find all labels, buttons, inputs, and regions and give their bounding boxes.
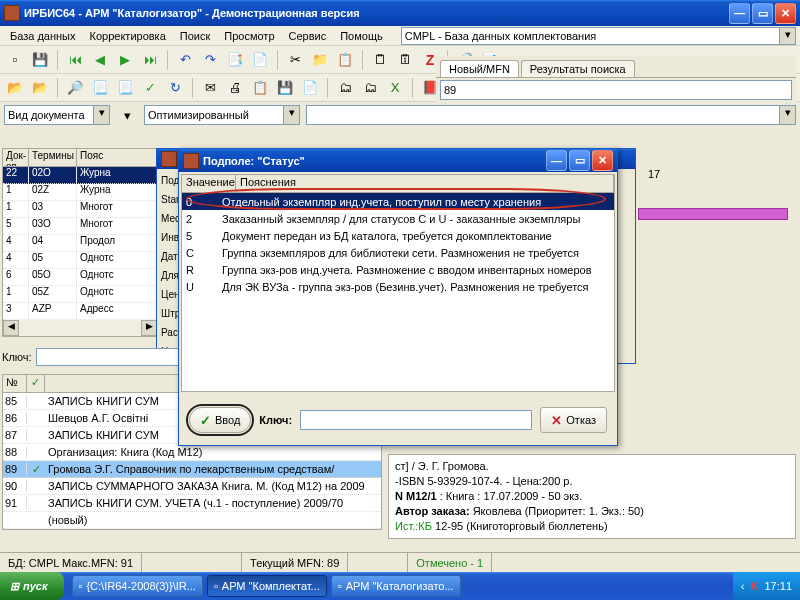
- redo-icon[interactable]: ↷: [199, 49, 221, 71]
- t2-13-icon[interactable]: 🗂: [334, 77, 356, 99]
- menu-service[interactable]: Сервис: [283, 28, 333, 44]
- cancel-button[interactable]: ✕Отказ: [540, 407, 607, 433]
- taskbar-item[interactable]: ▫{C:\IR64-2008(3)}\IR...: [72, 575, 203, 597]
- start-button[interactable]: ⊞ пуск: [0, 572, 64, 600]
- maximize-button[interactable]: ▭: [752, 3, 773, 24]
- doc-type-combo[interactable]: [4, 105, 94, 125]
- popup-maximize[interactable]: ▭: [569, 150, 590, 171]
- scroll-track[interactable]: [19, 320, 141, 336]
- t2-11-icon[interactable]: 💾: [274, 77, 296, 99]
- terms-row[interactable]: 103Многот: [3, 201, 157, 218]
- col-explain[interactable]: Пояснения: [236, 175, 614, 192]
- t2-8-icon[interactable]: ✉: [199, 77, 221, 99]
- t2-10-icon[interactable]: 📋: [249, 77, 271, 99]
- print-icon[interactable]: 🖨: [224, 77, 246, 99]
- tool2-icon[interactable]: 📄: [249, 49, 271, 71]
- misc2-icon[interactable]: 🗓: [394, 49, 416, 71]
- col-value[interactable]: Значение: [182, 175, 236, 192]
- value-17: 17: [648, 168, 660, 180]
- mode-combo[interactable]: [144, 105, 284, 125]
- record-row[interactable]: 88 Организация: Книга (Код М12): [3, 444, 381, 461]
- record-row[interactable]: 90ЗАПИСЬ СУММАРНОГО ЗАКАЗА Книга. М. (Ко…: [3, 478, 381, 495]
- system-tray[interactable]: ‹ K 17:11: [733, 572, 800, 600]
- t2-14-icon[interactable]: 🗂: [359, 77, 381, 99]
- detail-isbn: -ISBN 5-93929-107-4. - Цена:200 р.: [395, 474, 789, 489]
- popup-titlebar[interactable]: Подполе: "Статус" — ▭ ✕: [179, 149, 617, 172]
- popup-close[interactable]: ✕: [592, 150, 613, 171]
- database-combo[interactable]: [401, 27, 780, 45]
- tool-icon[interactable]: 📑: [224, 49, 246, 71]
- third-dd[interactable]: ▾: [780, 105, 796, 125]
- menu-help[interactable]: Помощь: [334, 28, 389, 44]
- terms-row[interactable]: 405Однотс: [3, 252, 157, 269]
- doc-type-dd[interactable]: ▾: [94, 105, 110, 125]
- popup-key-input[interactable]: [300, 410, 532, 430]
- enter-button[interactable]: ✓Ввод: [189, 407, 251, 433]
- undo-icon[interactable]: ↶: [174, 49, 196, 71]
- prev-icon[interactable]: ◀: [89, 49, 111, 71]
- t2-2-icon[interactable]: 📂: [29, 77, 51, 99]
- terms-row[interactable]: 503OМногот: [3, 218, 157, 235]
- status-popup: Подполе: "Статус" — ▭ ✕ Значение Пояснен…: [178, 148, 618, 446]
- tab-new-mfn[interactable]: Новый/MFN: [440, 60, 519, 77]
- terms-row[interactable]: 2202OЖурна: [3, 167, 157, 184]
- popup-table: Значение Пояснения 0Отдельный экземпляр …: [181, 174, 615, 392]
- col-terms[interactable]: Термины: [29, 149, 77, 166]
- cut-icon[interactable]: ✂: [284, 49, 306, 71]
- status-option[interactable]: UДля ЭК ВУЗа - группа экз-ров (Безинв.уч…: [182, 278, 614, 295]
- col-check[interactable]: ✓: [27, 375, 45, 392]
- folder-icon[interactable]: 📁: [309, 49, 331, 71]
- t2-3-icon[interactable]: 🔎: [64, 77, 86, 99]
- new-icon[interactable]: ▫: [4, 49, 26, 71]
- doc-icon[interactable]: 📋: [334, 49, 356, 71]
- t2-12-icon[interactable]: 📄: [299, 77, 321, 99]
- t2-7-icon[interactable]: ↻: [164, 77, 186, 99]
- col-number[interactable]: №: [3, 375, 27, 392]
- menu-database[interactable]: База данных: [4, 28, 82, 44]
- mfn-input[interactable]: 89: [440, 80, 792, 100]
- col-count[interactable]: Док-ов: [3, 149, 29, 166]
- first-icon[interactable]: ⏮: [64, 49, 86, 71]
- taskbar-item[interactable]: ▫АРМ "Каталогизато...: [331, 575, 461, 597]
- status-option[interactable]: 0Отдельный экземпляр инд.учета, поступил…: [182, 193, 614, 210]
- mode-dd[interactable]: ▾: [284, 105, 300, 125]
- close-button[interactable]: ✕: [775, 3, 796, 24]
- terms-row[interactable]: 105ZОднотс: [3, 286, 157, 303]
- scroll-left[interactable]: ◀: [3, 320, 19, 336]
- database-combo-dropdown[interactable]: ▾: [780, 27, 796, 45]
- third-combo[interactable]: [306, 105, 780, 125]
- status-option[interactable]: CГруппа экземпляров для библиотеки сети.…: [182, 244, 614, 261]
- status-option[interactable]: 2Заказанный экземпляр / для статусов C и…: [182, 210, 614, 227]
- scroll-right[interactable]: ▶: [141, 320, 157, 336]
- tray-arrow-icon[interactable]: ‹: [741, 580, 745, 592]
- t2-1-icon[interactable]: 📂: [4, 77, 26, 99]
- terms-row[interactable]: 605OОднотс: [3, 269, 157, 286]
- popup-minimize[interactable]: —: [546, 150, 567, 171]
- t2-5-icon[interactable]: 📃: [114, 77, 136, 99]
- terms-row[interactable]: 102ZЖурна: [3, 184, 157, 201]
- record-row[interactable]: 91ЗАПИСЬ КНИГИ СУМ. УЧЕТА (ч.1 - поступл…: [3, 495, 381, 512]
- status-bar: БД: CMPL Макс.MFN: 91 Текущий MFN: 89 От…: [0, 552, 800, 572]
- save-icon[interactable]: 💾: [29, 49, 51, 71]
- status-option[interactable]: RГруппа экз-ров инд.учета. Размножение с…: [182, 261, 614, 278]
- minimize-button[interactable]: —: [729, 3, 750, 24]
- combo-extra-icon[interactable]: ▾: [116, 104, 138, 126]
- t2-6-icon[interactable]: ✓: [139, 77, 161, 99]
- t2-4-icon[interactable]: 📃: [89, 77, 111, 99]
- record-row[interactable]: 89✓Громова Э.Г. Справочник по лекарствен…: [3, 461, 381, 478]
- misc1-icon[interactable]: 🗒: [369, 49, 391, 71]
- tab-results[interactable]: Результаты поиска: [521, 60, 635, 77]
- menu-view[interactable]: Просмотр: [218, 28, 280, 44]
- tray-kaspersky-icon[interactable]: K: [751, 580, 759, 592]
- status-option[interactable]: 5Документ передан из БД каталога, требуе…: [182, 227, 614, 244]
- record-row[interactable]: (новый): [3, 512, 381, 529]
- menu-search[interactable]: Поиск: [174, 28, 216, 44]
- terms-row[interactable]: 3AZPАдресс: [3, 303, 157, 320]
- taskbar-item[interactable]: ▫АРМ "Комплектат...: [207, 575, 327, 597]
- excel-icon[interactable]: X: [384, 77, 406, 99]
- last-icon[interactable]: ⏭: [139, 49, 161, 71]
- menu-edit[interactable]: Корректировка: [84, 28, 172, 44]
- col-desc[interactable]: Пояс: [77, 149, 157, 166]
- terms-row[interactable]: 404Продол: [3, 235, 157, 252]
- next-icon[interactable]: ▶: [114, 49, 136, 71]
